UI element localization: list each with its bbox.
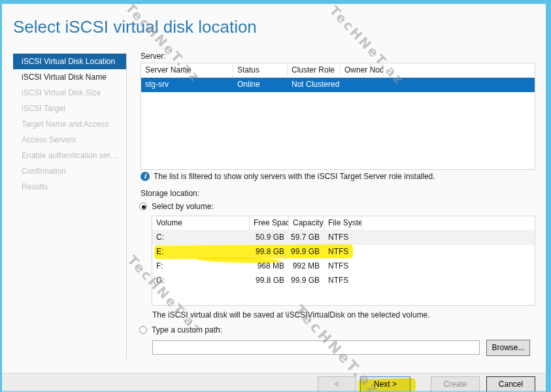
sidebar-item-results: Results: [13, 179, 126, 195]
cell-server-name: stg-srv: [141, 78, 233, 92]
custom-path-radio[interactable]: [139, 326, 147, 334]
column-header-file-system: File System: [324, 216, 362, 230]
page-title: Select iSCSI virtual disk location: [13, 17, 257, 37]
storage-location-label: Storage location:: [141, 189, 199, 198]
custom-path-input[interactable]: [152, 340, 480, 355]
column-header-cluster-role: Cluster Role: [288, 63, 341, 77]
wizard-window: Select iSCSI virtual disk location iSCSI…: [0, 0, 551, 392]
column-header-filler: [384, 63, 535, 77]
sidebar-item-iscsi-target: iSCSI Target: [13, 101, 126, 116]
select-by-volume-radio[interactable]: [139, 203, 147, 210]
sidebar-item-access-servers: Access Servers: [13, 132, 126, 148]
volume-row-g[interactable]: G: 99.8 GB 99.9 GB NTFS: [152, 274, 535, 288]
volume-row-f[interactable]: F: 968 MB 992 MB NTFS: [152, 259, 535, 274]
sidebar-item-target-name-access: Target Name and Access: [13, 116, 126, 132]
server-table-row[interactable]: stg-srv Online Not Clustered: [141, 78, 535, 92]
custom-path-label: Type a custom path:: [152, 325, 222, 335]
saved-at-note: The iSCSI virtual disk will be saved at …: [152, 310, 430, 319]
column-header-owner-node: Owner Node: [341, 63, 384, 77]
column-header-free-space: Free Space: [250, 216, 289, 230]
server-label: Server:: [141, 52, 166, 61]
cancel-button[interactable]: Cancel: [486, 376, 535, 392]
highlighter-mark-next-button: [358, 378, 416, 392]
previous-button: < Previous: [318, 376, 356, 392]
cell-owner-node: [341, 78, 384, 92]
browse-button[interactable]: Browse...: [486, 340, 530, 356]
custom-path-option[interactable]: Type a custom path:: [139, 325, 222, 335]
select-by-volume-option[interactable]: Select by volume:: [139, 202, 214, 211]
cell-cluster-role: Not Clustered: [288, 78, 341, 92]
volume-table-header: Volume Free Space Capacity File System: [152, 216, 535, 231]
highlighter-mark-volume-e: [154, 244, 353, 259]
info-icon: i: [141, 172, 150, 181]
filter-info-line: i The list is filtered to show only serv…: [141, 172, 435, 181]
sidebar-item-disk-location[interactable]: iSCSI Virtual Disk Location: [13, 54, 126, 69]
volume-row-c[interactable]: C: 50.9 GB 59.7 GB NTFS: [152, 231, 535, 245]
sidebar-item-disk-size: iSCSI Virtual Disk Size: [13, 85, 126, 101]
filter-info-text: The list is filtered to show only server…: [154, 172, 435, 181]
wizard-steps-sidebar: iSCSI Virtual Disk Location iSCSI Virtua…: [13, 54, 126, 195]
cell-status: Online: [233, 78, 288, 92]
sidebar-item-enable-authentication: Enable authentication ser…: [13, 148, 126, 163]
column-header-capacity: Capacity: [289, 216, 324, 230]
sidebar-divider: [126, 55, 127, 359]
create-button: Create: [431, 376, 480, 392]
server-table-header: Server Name Status Cluster Role Owner No…: [141, 63, 535, 78]
sidebar-item-confirmation: Confirmation: [13, 163, 126, 179]
server-table: Server Name Status Cluster Role Owner No…: [141, 63, 535, 170]
column-header-volume: Volume: [152, 216, 250, 230]
column-header-server-name: Server Name: [141, 63, 233, 77]
column-header-status: Status: [233, 63, 288, 77]
sidebar-item-disk-name[interactable]: iSCSI Virtual Disk Name: [13, 69, 126, 85]
select-by-volume-label: Select by volume:: [152, 202, 214, 211]
